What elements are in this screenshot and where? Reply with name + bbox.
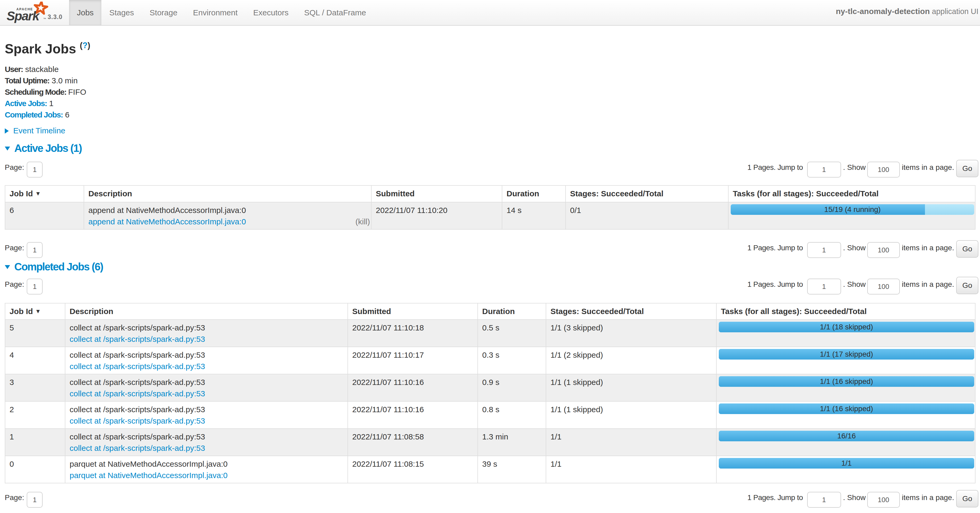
svg-text:Spark: Spark bbox=[6, 9, 40, 23]
svg-text:™: ™ bbox=[43, 17, 46, 21]
